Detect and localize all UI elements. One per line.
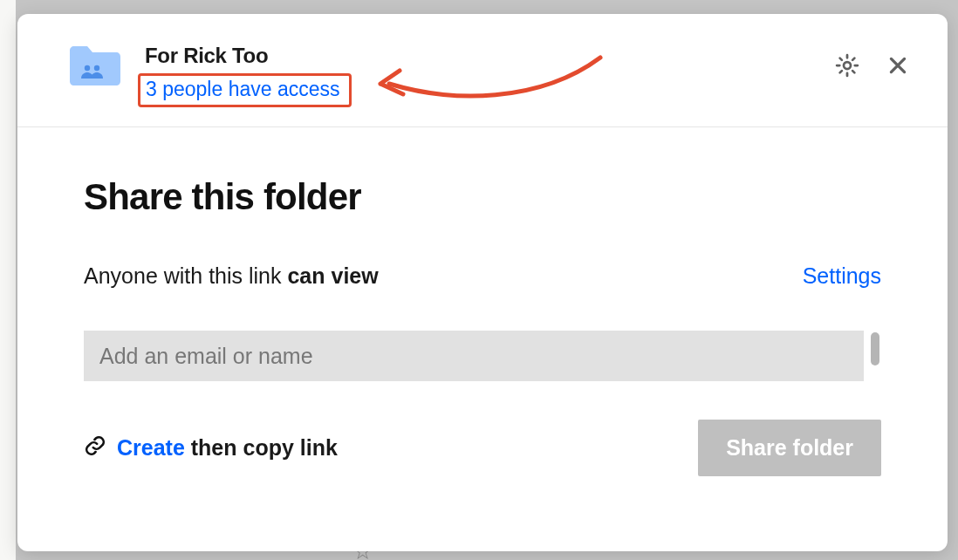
background-strip: [0, 0, 16, 560]
svg-point-2: [844, 62, 851, 69]
email-input-row: [84, 331, 881, 381]
permission-row: Anyone with this link can view Settings: [84, 263, 881, 289]
gear-icon[interactable]: [832, 51, 862, 80]
permission-level: can view: [287, 263, 378, 288]
create-link-group[interactable]: Create then copy link: [84, 434, 338, 462]
create-link-rest: then copy link: [185, 435, 338, 460]
modal-header: For Rick Too 3 people have access: [17, 14, 948, 127]
svg-point-1: [94, 65, 99, 71]
folder-title-group: For Rick Too 3 people have access: [145, 44, 810, 107]
modal-body: Share this folder Anyone with this link …: [17, 127, 948, 551]
email-input[interactable]: [84, 331, 864, 381]
access-count-link[interactable]: 3 people have access: [146, 78, 340, 100]
permission-text: Anyone with this link can view: [84, 263, 379, 289]
link-icon: [84, 434, 106, 462]
create-link-label: Create: [117, 435, 185, 460]
permission-prefix: Anyone with this link: [84, 263, 287, 288]
share-modal: For Rick Too 3 people have access: [17, 14, 948, 551]
shared-folder-icon: [68, 42, 122, 91]
share-heading: Share this folder: [84, 176, 881, 218]
header-actions: [832, 51, 913, 80]
svg-point-0: [85, 65, 90, 71]
scrollbar-thumb[interactable]: [871, 332, 879, 365]
scrollbar-track[interactable]: [869, 331, 881, 381]
settings-link[interactable]: Settings: [803, 263, 881, 289]
access-highlight-box: 3 people have access: [138, 73, 352, 107]
folder-name: For Rick Too: [145, 44, 810, 68]
share-folder-button[interactable]: Share folder: [698, 420, 881, 476]
footer-row: Create then copy link Share folder: [84, 420, 881, 476]
close-icon[interactable]: [883, 51, 913, 80]
